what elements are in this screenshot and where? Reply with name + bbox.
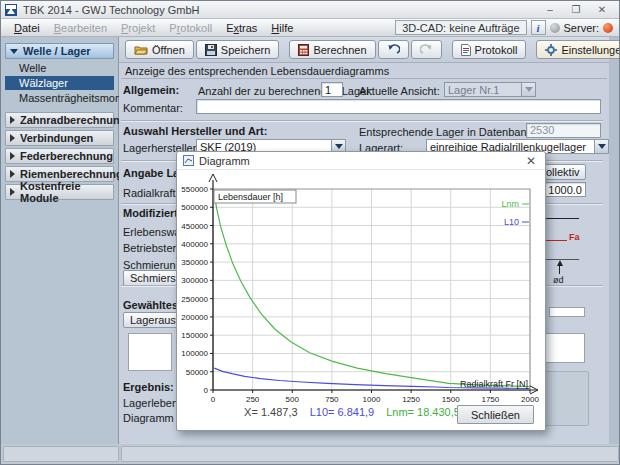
triangle-expanded-icon <box>10 49 18 54</box>
anzahl-lager-label: Anzahl der zu berechnenden Lager: <box>198 85 373 97</box>
sidebar-section-kostenfreie-module[interactable]: Kostenfreie Module <box>5 184 114 200</box>
triangle-collapsed-icon <box>10 134 15 142</box>
svg-text:1750: 1750 <box>481 395 499 404</box>
schmierstoff-button[interactable]: Schmiers <box>123 270 179 286</box>
svg-text:50000: 50000 <box>186 368 209 377</box>
svg-text:L10: L10 <box>504 217 519 227</box>
application-window: TBK 2014 - GWJ Technology GmbH – ❐ ✕ Dat… <box>0 0 620 465</box>
aktuelle-ansicht-combo[interactable]: Lager Nr.1 <box>444 82 536 97</box>
undo-button[interactable] <box>378 40 409 59</box>
redo-icon <box>420 44 433 55</box>
triangle-collapsed-icon <box>10 188 15 196</box>
svg-text:250000: 250000 <box>181 295 208 304</box>
menu-hilfe[interactable]: Hilfe <box>264 21 300 35</box>
status-bar <box>1 444 620 464</box>
öffnen-button[interactable]: Öffnen <box>125 40 194 59</box>
aktuelle-ansicht-value: Lager Nr.1 <box>448 84 521 96</box>
navigation-sidebar: Welle / LagerWelleWälzlagerMassenträghei… <box>1 37 119 444</box>
chevron-down-icon <box>594 140 608 153</box>
settings-icon <box>545 44 557 56</box>
svg-text:200000: 200000 <box>181 313 208 322</box>
window-title: TBK 2014 - GWJ Technology GmbH <box>23 4 537 16</box>
toolbar-button-label: Berechnen <box>313 44 366 56</box>
svg-text:150000: 150000 <box>181 331 208 340</box>
einstellungen-button[interactable]: Einstellungen <box>536 40 620 59</box>
redo-button[interactable] <box>411 40 442 59</box>
sidebar-section-verbindungen[interactable]: Verbindungen <box>5 130 114 146</box>
minimize-button[interactable]: – <box>537 2 563 18</box>
menu-items: DateiBearbeitenProjektProtokollExtrasHil… <box>7 21 300 35</box>
field-fragment <box>543 333 585 363</box>
toolbar-button-label: Speichern <box>221 44 271 56</box>
menu-bearbeiten: Bearbeiten <box>47 21 114 35</box>
svg-text:250: 250 <box>246 395 260 404</box>
sidebar-section-label: Welle / Lager <box>23 45 91 57</box>
close-button[interactable]: ✕ <box>589 2 615 18</box>
sidebar-section-label: Kostenfreie Module <box>20 180 109 204</box>
chart-icon <box>183 155 194 166</box>
speichern-button[interactable]: Speichern <box>196 40 280 59</box>
server-label: Server: <box>564 22 599 34</box>
dialog-close-icon[interactable]: ✕ <box>523 154 539 168</box>
menu-datei[interactable]: Datei <box>7 21 47 35</box>
svg-text:1250: 1250 <box>402 395 420 404</box>
lagerauswahl-button[interactable]: Lagerausw <box>123 312 179 328</box>
svg-text:400000: 400000 <box>181 240 208 249</box>
panel-fragment <box>543 371 589 426</box>
info-button[interactable]: i <box>531 20 546 35</box>
dialog-title: Diagramm <box>199 155 250 167</box>
toolbar-group: Protokoll <box>452 40 527 59</box>
anzahl-lager-input[interactable] <box>321 82 343 97</box>
svg-text:100000: 100000 <box>181 349 208 358</box>
svg-text:1000: 1000 <box>363 395 381 404</box>
document-icon <box>461 44 471 56</box>
toolbar-group: ÖffnenSpeichern <box>125 40 279 59</box>
toolbar-group: Einstellungen <box>536 40 620 59</box>
menu-bar: DateiBearbeitenProjektProtokollExtrasHil… <box>1 19 619 37</box>
menu-projekt: Projekt <box>114 21 162 35</box>
sidebar-item-welle[interactable]: Welle <box>5 61 114 75</box>
readout-l10: L10= 6.841,9 <box>310 406 375 422</box>
allgemein-heading: Allgemein: <box>123 84 179 96</box>
toolbar-group: Berechnen <box>289 40 441 59</box>
sidebar-item-massenträgheitsmoment[interactable]: Massenträgheitsmoment <box>5 91 114 105</box>
dialog-title-bar[interactable]: Diagramm ✕ <box>177 152 545 170</box>
aktuelle-ansicht-label: Aktuelle Ansicht: <box>359 85 440 97</box>
status-cell-right <box>121 446 619 462</box>
info-message: Anzeige des entsprechenden Lebensdauerdi… <box>125 65 389 77</box>
calculator-icon <box>298 44 309 56</box>
svg-text:550000: 550000 <box>181 185 208 194</box>
schliessen-button[interactable]: Schließen <box>457 405 534 424</box>
diagramm-dialog: Diagramm ✕ 05000010000015000020000025000… <box>176 151 546 431</box>
info-message-bar: Anzeige des entsprechenden Lebensdauerdi… <box>121 63 607 79</box>
triangle-collapsed-icon <box>10 152 15 160</box>
lagerlebensdauer-label: Lagerlebens <box>123 397 184 409</box>
sidebar-section-label: Federberechnung <box>20 150 113 162</box>
maximize-button[interactable]: ❐ <box>563 2 589 18</box>
toolbar-button-label: Protokoll <box>475 44 518 56</box>
od-label: ød <box>553 275 564 285</box>
triangle-collapsed-icon <box>10 170 15 178</box>
berechnen-button[interactable]: Berechnen <box>289 40 375 59</box>
protokoll-button[interactable]: Protokoll <box>452 40 527 59</box>
kommentar-input[interactable] <box>196 99 601 114</box>
toolbar: ÖffnenSpeichernBerechnenProtokollEinstel… <box>119 37 609 63</box>
svg-text:Lebensdauer [h]: Lebensdauer [h] <box>218 192 283 202</box>
sidebar-section-federberechnung[interactable]: Federberechnung <box>5 148 114 164</box>
menu-protokoll: Protokoll <box>162 21 219 35</box>
menubar-right: 3D-CAD: keine Aufträge i Server: <box>395 20 613 35</box>
save-disk-icon <box>205 44 217 56</box>
sidebar-section-welle-lager[interactable]: Welle / Lager <box>5 43 114 59</box>
chevron-down-icon <box>521 83 535 96</box>
sidebar-section-zahnradberechnung[interactable]: Zahnradberechnung <box>5 112 114 128</box>
server-status-led <box>603 23 613 33</box>
sidebar-item-wälzlager[interactable]: Wälzlager <box>5 76 114 90</box>
cad-status-led <box>550 23 560 33</box>
menu-extras[interactable]: Extras <box>219 21 264 35</box>
svg-text:300000: 300000 <box>181 276 208 285</box>
svg-text:Lnm: Lnm <box>501 199 519 209</box>
auswahl-heading: Auswahl Hersteller und Art: <box>123 125 267 137</box>
datenbank-count-field: 2530 <box>526 123 601 138</box>
svg-text:1500: 1500 <box>442 395 460 404</box>
svg-text:750: 750 <box>325 395 339 404</box>
